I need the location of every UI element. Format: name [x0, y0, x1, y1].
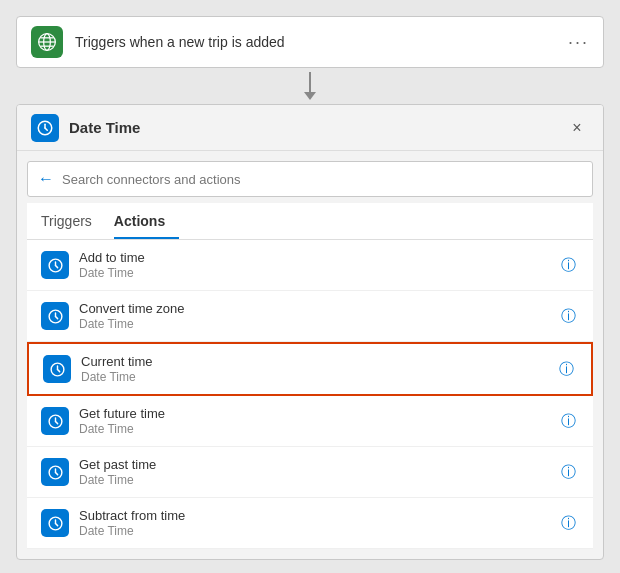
action-text-get-past-time: Get past time Date Time — [79, 457, 557, 487]
clock-icon — [47, 413, 64, 430]
clock-icon — [47, 308, 64, 325]
svg-line-22 — [55, 472, 57, 474]
action-sub-get-past-time: Date Time — [79, 473, 557, 487]
svg-line-25 — [55, 523, 57, 525]
clock-icon — [36, 119, 54, 137]
action-sub-current-time: Date Time — [81, 370, 555, 384]
svg-line-16 — [57, 369, 59, 371]
svg-line-19 — [55, 421, 57, 423]
action-text-add-to-time: Add to time Date Time — [79, 250, 557, 280]
action-item-current-time[interactable]: Current time Date Time ⓘ — [27, 342, 593, 396]
globe-icon — [37, 32, 57, 52]
action-name-convert-time-zone: Convert time zone — [79, 301, 557, 316]
action-text-get-future-time: Get future time Date Time — [79, 406, 557, 436]
action-sub-add-to-time: Date Time — [79, 266, 557, 280]
tabs-container: Triggers Actions — [27, 203, 593, 240]
action-name-get-past-time: Get past time — [79, 457, 557, 472]
tab-triggers[interactable]: Triggers — [41, 203, 106, 239]
back-button[interactable]: ← — [38, 170, 54, 188]
action-name-current-time: Current time — [81, 354, 555, 369]
flow-container: Triggers when a new trip is added ··· Da… — [16, 16, 604, 560]
info-icon-add-to-time[interactable]: ⓘ — [557, 254, 579, 276]
action-icon-add-to-time — [41, 251, 69, 279]
trigger-icon — [31, 26, 63, 58]
trigger-text: Triggers when a new trip is added — [75, 34, 568, 50]
action-text-current-time: Current time Date Time — [81, 354, 555, 384]
svg-line-7 — [45, 128, 47, 130]
action-item-get-past-time[interactable]: Get past time Date Time ⓘ — [27, 447, 593, 498]
arrow-connector — [304, 68, 316, 104]
action-sub-convert-time-zone: Date Time — [79, 317, 557, 331]
search-input[interactable] — [62, 172, 582, 187]
clock-icon — [49, 361, 66, 378]
clock-icon — [47, 464, 64, 481]
action-item-add-to-time[interactable]: Add to time Date Time ⓘ — [27, 240, 593, 291]
action-icon-convert-time-zone — [41, 302, 69, 330]
action-icon-subtract-from-time — [41, 509, 69, 537]
action-icon-get-past-time — [41, 458, 69, 486]
close-button[interactable]: × — [565, 116, 589, 140]
action-name-subtract-from-time: Subtract from time — [79, 508, 557, 523]
clock-icon — [47, 257, 64, 274]
panel-title: Date Time — [69, 119, 565, 136]
panel-header: Date Time × — [17, 105, 603, 151]
trigger-block: Triggers when a new trip is added ··· — [16, 16, 604, 68]
action-name-get-future-time: Get future time — [79, 406, 557, 421]
trigger-more-button[interactable]: ··· — [568, 32, 589, 53]
action-item-subtract-from-time[interactable]: Subtract from time Date Time ⓘ — [27, 498, 593, 549]
datetime-panel: Date Time × ← Triggers Actions — [16, 104, 604, 560]
action-icon-get-future-time — [41, 407, 69, 435]
action-sub-subtract-from-time: Date Time — [79, 524, 557, 538]
info-icon-get-past-time[interactable]: ⓘ — [557, 461, 579, 483]
action-item-get-future-time[interactable]: Get future time Date Time ⓘ — [27, 396, 593, 447]
svg-line-13 — [55, 316, 57, 318]
tab-actions[interactable]: Actions — [114, 203, 179, 239]
panel-header-icon — [31, 114, 59, 142]
info-icon-convert-time-zone[interactable]: ⓘ — [557, 305, 579, 327]
arrow-line — [309, 72, 311, 92]
action-item-convert-time-zone[interactable]: Convert time zone Date Time ⓘ — [27, 291, 593, 342]
action-text-subtract-from-time: Subtract from time Date Time — [79, 508, 557, 538]
arrow-head — [304, 92, 316, 100]
clock-icon — [47, 515, 64, 532]
svg-line-10 — [55, 265, 57, 267]
info-icon-subtract-from-time[interactable]: ⓘ — [557, 512, 579, 534]
action-name-add-to-time: Add to time — [79, 250, 557, 265]
info-icon-get-future-time[interactable]: ⓘ — [557, 410, 579, 432]
action-sub-get-future-time: Date Time — [79, 422, 557, 436]
action-list: Add to time Date Time ⓘ Convert time zon… — [27, 240, 593, 549]
info-icon-current-time[interactable]: ⓘ — [555, 358, 577, 380]
action-text-convert-time-zone: Convert time zone Date Time — [79, 301, 557, 331]
search-bar: ← — [27, 161, 593, 197]
action-icon-current-time — [43, 355, 71, 383]
